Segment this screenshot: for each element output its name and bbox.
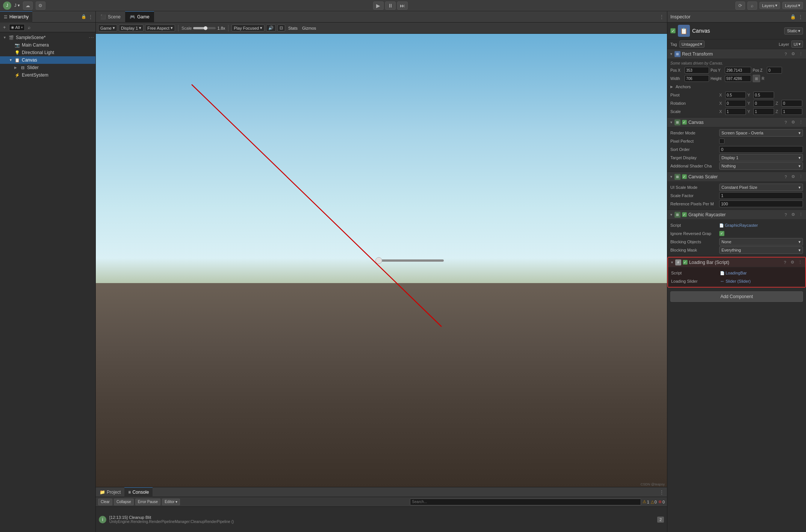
scene-root-item[interactable]: ▼ 🎬 SampleScene* ⋯	[0, 34, 95, 41]
hierarchy-item-directional-light[interactable]: 💡 Directional Light	[0, 49, 95, 56]
gr-script-ref[interactable]: 📄 GraphicRaycaster	[719, 223, 758, 228]
rect-transform-settings-btn[interactable]: ⚙	[790, 51, 796, 57]
scale-slider[interactable]	[193, 27, 216, 29]
collapse-btn[interactable]: Collapse	[114, 499, 134, 505]
additional-shader-dropdown[interactable]: Nothing ▾	[719, 162, 803, 170]
rect-transform-more-btn[interactable]: ⋮	[798, 51, 804, 57]
scene-view-tab[interactable]: ⬛ Scene	[96, 11, 125, 23]
gizmos-label[interactable]: Gizmos	[301, 25, 318, 31]
hierarchy-tab[interactable]: ☰ Hierarchy	[0, 11, 32, 23]
canvas-comp-help-btn[interactable]: ?	[783, 119, 789, 125]
play-button[interactable]: ▶	[373, 2, 384, 10]
sort-order-input[interactable]	[719, 146, 803, 153]
canvas-scaler-header[interactable]: ▼ ⊞ ✓ Canvas Scaler ? ⚙ ⋮	[667, 172, 806, 182]
anchor-preset-btn[interactable]: ⊞	[753, 75, 760, 82]
ignore-rev-checkbox[interactable]: ✓	[719, 231, 724, 236]
hierarchy-add-btn[interactable]: +	[2, 24, 8, 31]
canvas-component-header[interactable]: ▼ ⊞ ✓ Canvas ? ⚙ ⋮	[667, 118, 806, 127]
canvas-comp-checkbox[interactable]: ✓	[682, 120, 687, 125]
height-input[interactable]	[725, 75, 751, 82]
ref-pixels-input[interactable]	[719, 200, 803, 207]
static-dropdown[interactable]: Static ▾	[784, 27, 803, 35]
blocking-mask-dropdown[interactable]: Everything ▾	[719, 246, 803, 254]
history-btn[interactable]: ⟳	[735, 2, 745, 10]
ui-scale-dropdown[interactable]: Constant Pixel Size ▾	[719, 184, 803, 191]
hierarchy-lock-icon[interactable]: 🔒	[81, 14, 86, 19]
blocking-objects-dropdown[interactable]: None ▾	[719, 238, 803, 246]
sound-btn[interactable]: 🔊	[266, 24, 276, 32]
editor-btn[interactable]: Editor ▾	[162, 499, 180, 505]
layers-dropdown[interactable]: Layers ▾	[759, 2, 780, 9]
scale-factor-input[interactable]	[719, 192, 803, 199]
pause-button[interactable]: ⏸	[385, 2, 396, 10]
stats-label[interactable]: Stats	[287, 25, 299, 31]
rot-z-input[interactable]	[782, 100, 802, 107]
pivot-y-input[interactable]	[753, 92, 774, 98]
loading-bar-more-btn[interactable]: ⋮	[797, 259, 803, 265]
game-view[interactable]: CSDN @teapoy	[96, 34, 667, 487]
hierarchy-search-icon[interactable]: ⌕	[26, 24, 32, 31]
pos-z-input[interactable]	[767, 67, 782, 74]
display1-dropdown[interactable]: Display 1 ▾	[119, 24, 144, 32]
loading-bar-header[interactable]: ▼ # ✓ Loading Bar (Script) ? ⚙ ⋮	[668, 258, 805, 267]
scale-z-input[interactable]	[782, 108, 802, 115]
canvas-scaler-settings-btn[interactable]: ⚙	[790, 174, 796, 180]
console-tab[interactable]: ≡ Console	[124, 487, 153, 497]
scale-y-input[interactable]	[753, 108, 774, 115]
cloud-btn[interactable]: ☁	[23, 2, 33, 10]
canvas-comp-more-btn[interactable]: ⋮	[798, 119, 804, 125]
lb-script-ref[interactable]: 📄 LoadingBar	[720, 271, 747, 275]
tag-dropdown[interactable]: Untagged ▾	[679, 41, 705, 48]
play-focused-dropdown[interactable]: Play Focused ▾	[231, 24, 265, 32]
inspector-dots-icon[interactable]: ⋮	[798, 14, 803, 20]
search-btn[interactable]: ⌕	[747, 2, 757, 10]
project-tab[interactable]: 📁 Project	[96, 487, 124, 497]
user-avatar[interactable]: J	[3, 2, 11, 10]
object-enable-checkbox[interactable]: ✓	[670, 28, 676, 33]
clear-btn[interactable]: Clear	[98, 499, 112, 505]
loading-slider-ref[interactable]: ↔ Slider (Slider)	[720, 279, 751, 284]
canvas-scaler-checkbox[interactable]: ✓	[682, 174, 687, 179]
error-pause-btn[interactable]: Error Pause	[135, 499, 160, 505]
width-input[interactable]	[685, 75, 709, 82]
graphic-raycaster-header[interactable]: ▼ ⊞ ✓ Graphic Raycaster ? ⚙ ⋮	[667, 210, 806, 220]
render-mode-dropdown[interactable]: Screen Space - Overla ▾	[719, 129, 803, 137]
hierarchy-dots-icon[interactable]: ⋮	[88, 14, 93, 20]
canvas-scaler-help-btn[interactable]: ?	[783, 174, 789, 180]
loading-bar-settings-btn[interactable]: ⚙	[789, 259, 795, 265]
layout-dropdown[interactable]: Layout ▾	[782, 2, 803, 9]
aspect-dropdown[interactable]: Free Aspect ▾	[145, 24, 175, 32]
console-search-input[interactable]	[410, 499, 641, 505]
pos-x-input[interactable]	[685, 67, 709, 74]
loading-bar-help-btn[interactable]: ?	[782, 259, 788, 265]
account-dropdown[interactable]: J ▾	[14, 3, 20, 8]
scale-x-input[interactable]	[725, 108, 746, 115]
view-tab-dots[interactable]: ⋮	[656, 14, 667, 20]
scene-dots-icon[interactable]: ⋯	[89, 35, 94, 41]
canvas-comp-settings-btn[interactable]: ⚙	[790, 119, 796, 125]
bottom-dots-icon[interactable]: ⋮	[656, 490, 667, 495]
loading-bar-checkbox[interactable]: ✓	[683, 260, 688, 265]
game-display-dropdown[interactable]: Game ▾	[98, 24, 117, 32]
console-log-item[interactable]: i [12:13:15] Cleanup Blit UnityEngine.Re…	[96, 507, 667, 532]
layer-dropdown[interactable]: UI ▾	[791, 41, 803, 48]
canvas-scaler-more-btn[interactable]: ⋮	[798, 174, 804, 180]
maximize-btn[interactable]: ⊡	[277, 24, 285, 32]
settings-btn[interactable]: ⚙	[36, 2, 45, 10]
add-component-btn[interactable]: Add Component	[670, 291, 803, 302]
pivot-x-input[interactable]	[725, 92, 746, 98]
graphic-raycaster-more-btn[interactable]: ⋮	[798, 212, 804, 218]
rot-x-input[interactable]	[725, 100, 746, 107]
pos-y-input[interactable]	[725, 67, 751, 74]
rect-transform-header[interactable]: ▼ ⊞ Rect Transform ? ⚙ ⋮	[667, 49, 806, 59]
hierarchy-item-eventsystem[interactable]: ⚡ EventSystem	[0, 71, 95, 79]
graphic-raycaster-help-btn[interactable]: ?	[783, 212, 789, 218]
target-display-dropdown[interactable]: Display 1 ▾	[719, 154, 803, 161]
rect-transform-help-btn[interactable]: ?	[783, 51, 789, 57]
hierarchy-item-canvas[interactable]: ▼ 📋 Canvas	[0, 56, 95, 64]
graphic-raycaster-checkbox[interactable]: ✓	[682, 212, 687, 217]
inspector-lock-icon[interactable]: 🔒	[790, 14, 796, 20]
hierarchy-item-main-camera[interactable]: 📷 Main Camera	[0, 41, 95, 49]
hierarchy-all-dropdown[interactable]: ◉ All ▾	[9, 24, 25, 31]
pixel-perfect-checkbox[interactable]	[719, 139, 724, 144]
